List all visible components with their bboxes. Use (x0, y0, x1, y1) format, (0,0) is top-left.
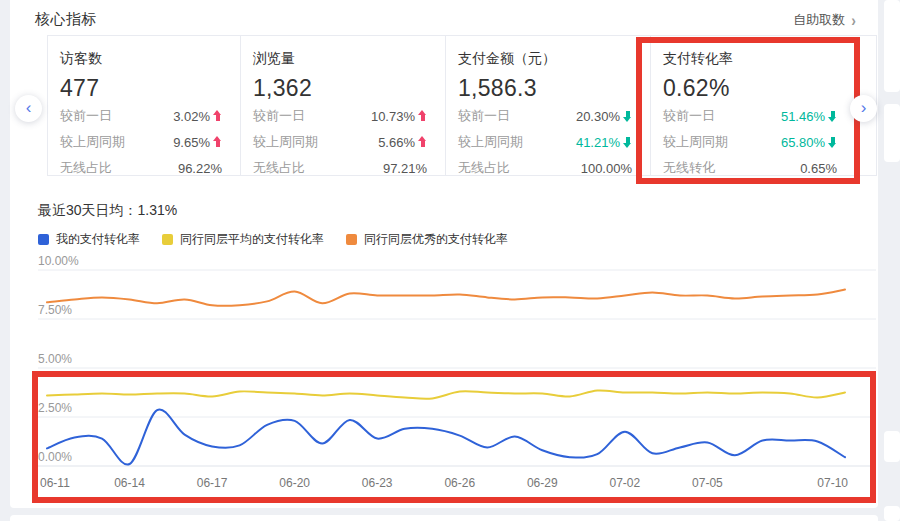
metric-row: 较前一日 10.73% (253, 104, 427, 128)
legend-item-my-conversion[interactable]: 我的支付转化率 (38, 231, 140, 248)
next-section-panel (10, 515, 878, 521)
metric-row: 较上周同期 9.65% (60, 130, 222, 154)
metric-row-value: 96.22% (178, 161, 222, 176)
card-value: 477 (60, 75, 222, 102)
metric-row-label: 无线转化 (663, 159, 715, 177)
metric-row-label: 无线占比 (60, 159, 112, 177)
metric-row-label: 较上周同期 (253, 133, 318, 151)
line-peer-excellent-conversion (47, 290, 845, 306)
metric-row-value: 65.80% (781, 135, 837, 150)
metric-card-payment-amount[interactable]: 支付金额（元） 1,586.3 较前一日 20.30% 较上周同期 41.21%… (445, 36, 650, 175)
x-axis-tick: 06-29 (527, 476, 558, 490)
x-axis-tick: 06-26 (444, 476, 475, 490)
card-title: 支付金额（元） (458, 50, 632, 68)
trend-arrow-icon (213, 110, 222, 122)
adjacent-panel (884, 506, 900, 521)
metric-row-value: 51.46% (781, 109, 837, 124)
metric-row-label: 较上周同期 (60, 133, 125, 151)
carousel-prev-button[interactable]: ‹ (15, 95, 42, 122)
metric-row-value: 3.02% (173, 109, 222, 124)
trend-arrow-icon (623, 136, 632, 148)
metric-card-conversion-rate[interactable]: 支付转化率 0.62% 较前一日 51.46% 较上周同期 65.80% 无线转… (650, 36, 855, 175)
x-axis-tick: 06-20 (279, 476, 310, 490)
metric-row: 较上周同期 65.80% (663, 130, 837, 154)
carousel-next-button[interactable]: › (850, 95, 877, 122)
legend-swatch-orange (346, 234, 357, 245)
metric-row: 较前一日 51.46% (663, 104, 837, 128)
adjacent-panel (884, 104, 900, 162)
dashboard-screen: 核心指标 自助取数 › 访客数 477 较前一日 3.02% 较上周同期 9.6… (0, 0, 900, 521)
metric-row-value: 100.00% (581, 161, 632, 176)
x-axis-tick: 06-11 (40, 476, 70, 490)
card-value: 1,586.3 (458, 75, 632, 102)
trend-arrow-icon (418, 110, 427, 122)
card-value: 1,362 (253, 75, 427, 102)
legend-item-peer-excellent[interactable]: 同行同层优秀的支付转化率 (346, 231, 508, 248)
metric-row-value: 10.73% (371, 109, 427, 124)
card-title: 支付转化率 (663, 50, 837, 68)
legend-label: 同行同层优秀的支付转化率 (364, 231, 508, 248)
metric-card-visitors[interactable]: 访客数 477 较前一日 3.02% 较上周同期 9.65% 无线占比 96.2… (47, 36, 240, 175)
metric-row-value: 41.21% (576, 135, 632, 150)
metric-row-value: 97.21% (383, 161, 427, 176)
metric-row-label: 较上周同期 (663, 133, 728, 151)
line-peer-average-conversion (47, 390, 845, 398)
chevron-right-icon: › (861, 99, 867, 116)
x-axis-tick: 07-02 (609, 476, 640, 490)
page-title: 核心指标 (35, 10, 97, 29)
metric-row: 较前一日 20.30% (458, 104, 632, 128)
metric-row-label: 较前一日 (60, 107, 112, 125)
self-service-data-link[interactable]: 自助取数 › (793, 11, 856, 29)
arrow-right-icon: › (851, 10, 856, 29)
card-title: 浏览量 (253, 50, 427, 68)
metric-row-label: 较前一日 (458, 107, 510, 125)
legend-label: 我的支付转化率 (56, 231, 140, 248)
chart-legend: 我的支付转化率 同行同层平均的支付转化率 同行同层优秀的支付转化率 (38, 231, 508, 248)
trend-arrow-icon (828, 136, 837, 148)
adjacent-panel (884, 0, 900, 92)
legend-label: 同行同层平均的支付转化率 (180, 231, 324, 248)
x-axis: 06-1106-1406-1706-2006-2306-2606-2907-02… (0, 476, 900, 492)
trend-arrow-icon (623, 110, 632, 122)
x-axis-tick: 06-23 (362, 476, 393, 490)
adjacent-panel (884, 431, 900, 462)
trend-arrow-icon (418, 136, 427, 148)
metric-row: 较前一日 3.02% (60, 104, 222, 128)
metric-row-value: 20.30% (576, 109, 632, 124)
chevron-left-icon: ‹ (26, 99, 32, 116)
metric-card-pageviews[interactable]: 浏览量 1,362 较前一日 10.73% 较上周同期 5.66% 无线占比 9… (240, 36, 445, 175)
metric-row-label: 无线占比 (253, 159, 305, 177)
metric-row-value: 5.66% (378, 135, 427, 150)
x-axis-tick: 06-17 (197, 476, 228, 490)
metric-row: 无线转化 0.65% (663, 156, 837, 180)
metric-row-label: 较上周同期 (458, 133, 523, 151)
trend-arrow-icon (828, 110, 837, 122)
metric-row: 无线占比 97.21% (253, 156, 427, 180)
chart-title: 最近30天日均：1.31% (38, 202, 177, 220)
trend-arrow-icon (213, 136, 222, 148)
metric-row-label: 无线占比 (458, 159, 510, 177)
card-title: 访客数 (60, 50, 222, 68)
metric-row-value: 9.65% (173, 135, 222, 150)
metric-row: 较上周同期 5.66% (253, 130, 427, 154)
x-axis-tick: 07-05 (692, 476, 723, 490)
legend-item-peer-average[interactable]: 同行同层平均的支付转化率 (162, 231, 324, 248)
card-value: 0.62% (663, 75, 837, 102)
metric-row-value: 0.65% (800, 161, 837, 176)
x-axis-tick: 06-14 (114, 476, 145, 490)
metric-row: 较上周同期 41.21% (458, 130, 632, 154)
metric-row-label: 较前一日 (253, 107, 305, 125)
legend-swatch-yellow (162, 234, 173, 245)
metric-row: 无线占比 96.22% (60, 156, 222, 180)
conversion-trend-chart (38, 255, 878, 471)
line-my-conversion (47, 409, 845, 464)
x-axis-tick: 07-10 (817, 476, 848, 490)
legend-swatch-blue (38, 234, 49, 245)
metric-row: 无线占比 100.00% (458, 156, 632, 180)
metric-row-label: 较前一日 (663, 107, 715, 125)
